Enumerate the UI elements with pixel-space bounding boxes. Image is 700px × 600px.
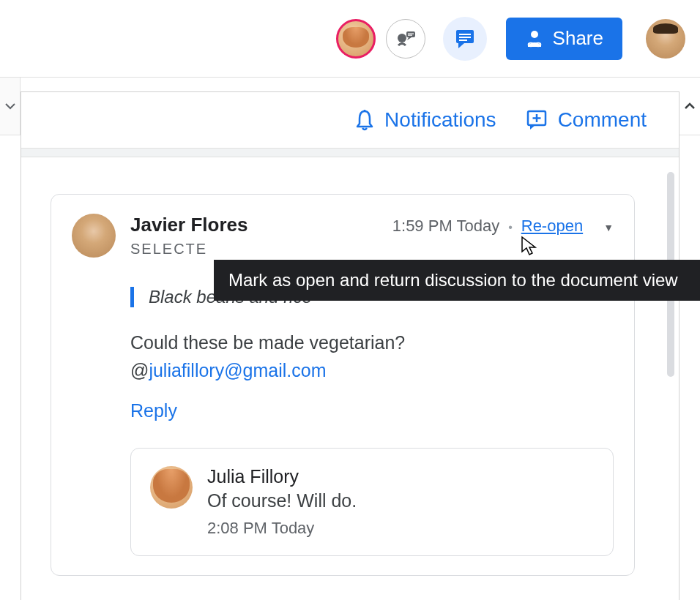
svg-rect-6 — [459, 37, 471, 38]
reply-author: Julia Fillory — [207, 466, 594, 487]
svg-rect-1 — [406, 31, 415, 37]
comment-menu-dropdown[interactable]: ▼ — [603, 222, 614, 233]
share-button-label: Share — [553, 27, 603, 50]
svg-point-8 — [531, 31, 538, 38]
comment-text: Could these be made vegetarian? @juliafi… — [130, 329, 614, 384]
panel-header: Notifications Comment — [21, 92, 679, 149]
comment-bubble-icon — [454, 28, 476, 50]
notifications-button[interactable]: Notifications — [355, 108, 496, 132]
add-comment-label: Comment — [558, 108, 647, 132]
collaborator-avatar-julia[interactable] — [336, 19, 376, 59]
add-comment-icon — [526, 109, 548, 131]
comment-history-button[interactable] — [443, 17, 487, 61]
reply-text: Of course! Will do. — [207, 490, 594, 511]
selected-text-label: SELECTE — [130, 241, 614, 258]
add-comment-button[interactable]: Comment — [526, 108, 647, 132]
svg-rect-3 — [408, 34, 412, 35]
app-header: Share — [0, 0, 700, 77]
share-button[interactable]: Share — [506, 18, 622, 60]
comment-text-content: Could these be made vegetarian? — [130, 332, 405, 353]
reopen-link[interactable]: Re-open — [521, 217, 583, 236]
notifications-label: Notifications — [384, 108, 496, 132]
panel-body: Javier Flores 1:59 PM Today • Re-open ▼ … — [21, 157, 679, 592]
comment-author: Javier Flores — [130, 214, 247, 236]
reply-item: Julia Fillory Of course! Will do. 2:08 P… — [130, 448, 614, 556]
comment-timestamp: 1:59 PM Today — [392, 217, 499, 236]
reply-timestamp: 2:08 PM Today — [207, 519, 594, 538]
chevron-up-icon — [684, 102, 696, 110]
chat-icon-button[interactable] — [386, 19, 425, 59]
comment-author-avatar — [72, 214, 116, 258]
svg-rect-5 — [459, 34, 471, 35]
bell-icon — [355, 109, 374, 131]
mention-at: @ — [130, 360, 149, 380]
svg-rect-7 — [459, 40, 467, 41]
svg-rect-2 — [408, 33, 414, 34]
reply-author-avatar — [150, 466, 193, 509]
reopen-tooltip: Mark as open and return discussion to th… — [214, 260, 700, 301]
mention-link[interactable]: juliafillory@gmail.com — [149, 360, 326, 380]
toolbar-left-dropdown[interactable] — [0, 78, 21, 135]
chevron-down-icon — [5, 102, 15, 110]
chat-icon — [395, 31, 416, 47]
svg-point-0 — [398, 34, 406, 42]
toolbar-right-dropdown[interactable] — [679, 78, 700, 135]
separator: • — [508, 221, 513, 234]
reply-button[interactable]: Reply — [130, 400, 614, 421]
user-avatar[interactable] — [646, 19, 685, 59]
panel-strip — [21, 149, 679, 157]
share-person-icon — [525, 29, 544, 48]
comments-panel: Notifications Comment Javier Flores 1:59… — [21, 91, 679, 600]
comment-thread: Javier Flores 1:59 PM Today • Re-open ▼ … — [51, 194, 635, 576]
